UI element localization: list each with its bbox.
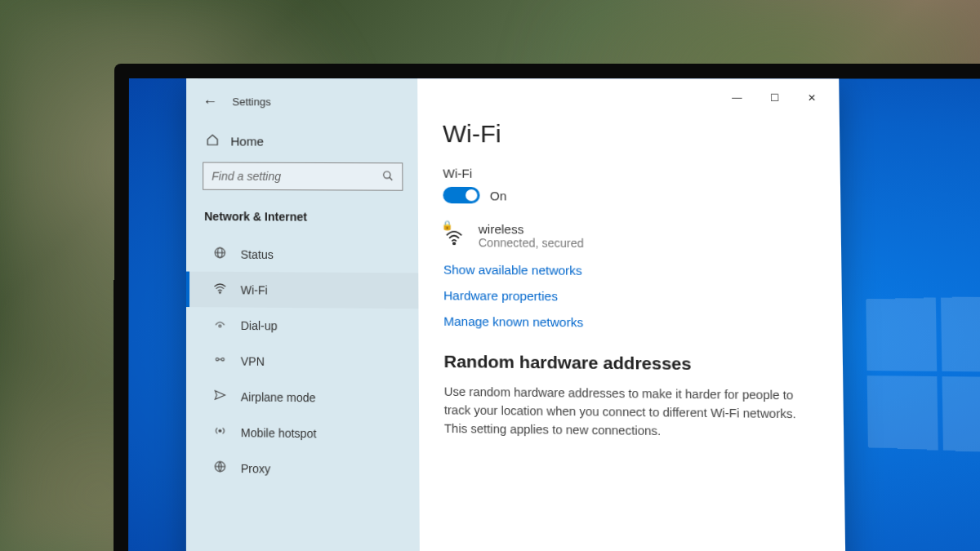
hotspot-icon (212, 424, 227, 440)
sidebar-item-dialup[interactable]: Dial-up (186, 307, 419, 344)
svg-point-13 (453, 242, 455, 244)
sidebar-item-proxy[interactable]: Proxy (186, 450, 420, 489)
sidebar-item-label: Dial-up (241, 318, 278, 332)
window-controls: — ☐ ✕ (718, 85, 831, 110)
desktop-wallpaper: ← Settings Home Find a setting Network &… (128, 78, 980, 551)
svg-line-1 (390, 177, 393, 180)
search-icon (382, 170, 394, 184)
page-title: Wi-Fi (443, 120, 814, 149)
sidebar-category: Network & Internet (186, 205, 418, 238)
network-info: wireless Connected, secured (479, 222, 584, 250)
svg-point-5 (220, 292, 221, 294)
wifi-toggle-state: On (490, 189, 507, 202)
network-status: Connected, secured (479, 236, 584, 250)
proxy-icon (212, 460, 227, 476)
link-hardware-properties[interactable]: Hardware properties (443, 288, 816, 305)
sidebar-item-label: Mobile hotspot (241, 425, 317, 439)
search-placeholder: Find a setting (212, 170, 281, 183)
window-title: Settings (232, 96, 270, 108)
random-hw-body: Use random hardware addresses to make it… (444, 383, 818, 442)
home-label: Home (230, 134, 263, 148)
close-button[interactable]: ✕ (793, 86, 831, 111)
sidebar-home[interactable]: Home (186, 125, 418, 162)
monitor-bezel: ← Settings Home Find a setting Network &… (114, 64, 980, 551)
settings-window: ← Settings Home Find a setting Network &… (186, 78, 846, 551)
sidebar-item-label: Airplane mode (241, 390, 316, 404)
wifi-toggle[interactable] (443, 187, 479, 204)
sidebar-item-label: Wi-Fi (241, 283, 268, 296)
sidebar-item-label: Proxy (241, 461, 270, 475)
sidebar-item-label: VPN (241, 354, 265, 368)
link-manage-networks[interactable]: Manage known networks (443, 314, 817, 331)
random-hw-heading: Random hardware addresses (443, 352, 817, 375)
vpn-icon (212, 353, 227, 368)
network-name: wireless (479, 222, 584, 237)
svg-point-0 (384, 171, 390, 178)
airplane-icon (212, 389, 227, 405)
sidebar-item-status[interactable]: Status (186, 236, 418, 273)
back-button[interactable]: ← (203, 93, 217, 110)
sidebar-item-airplane[interactable]: Airplane mode (186, 378, 419, 416)
search-input[interactable]: Find a setting (203, 162, 403, 191)
sidebar-item-vpn[interactable]: VPN (186, 343, 419, 380)
settings-content: — ☐ ✕ Wi-Fi Wi-Fi On 🔒 (417, 78, 846, 551)
svg-point-8 (221, 358, 224, 361)
wifi-secured-icon: 🔒 (443, 224, 466, 246)
window-titlebar-left: ← Settings (186, 90, 417, 126)
wifi-toggle-row: On (443, 187, 814, 205)
sidebar-item-hotspot[interactable]: Mobile hotspot (186, 414, 419, 452)
globe-icon (212, 246, 227, 261)
link-show-networks[interactable]: Show available networks (443, 262, 816, 278)
settings-sidebar: ← Settings Home Find a setting Network &… (186, 78, 420, 551)
wifi-icon (212, 282, 227, 297)
dialup-icon (212, 317, 227, 332)
svg-point-10 (219, 429, 221, 432)
svg-point-7 (216, 358, 218, 361)
sidebar-item-label: Status (241, 247, 274, 260)
home-icon (206, 133, 219, 149)
minimize-button[interactable]: — (718, 85, 755, 110)
maximize-button[interactable]: ☐ (755, 86, 793, 111)
wifi-toggle-label: Wi-Fi (443, 167, 814, 182)
svg-point-6 (219, 325, 221, 327)
windows-logo (866, 295, 980, 453)
sidebar-item-wifi[interactable]: Wi-Fi (186, 272, 418, 309)
current-network[interactable]: 🔒 wireless Connected, secured (443, 222, 816, 251)
